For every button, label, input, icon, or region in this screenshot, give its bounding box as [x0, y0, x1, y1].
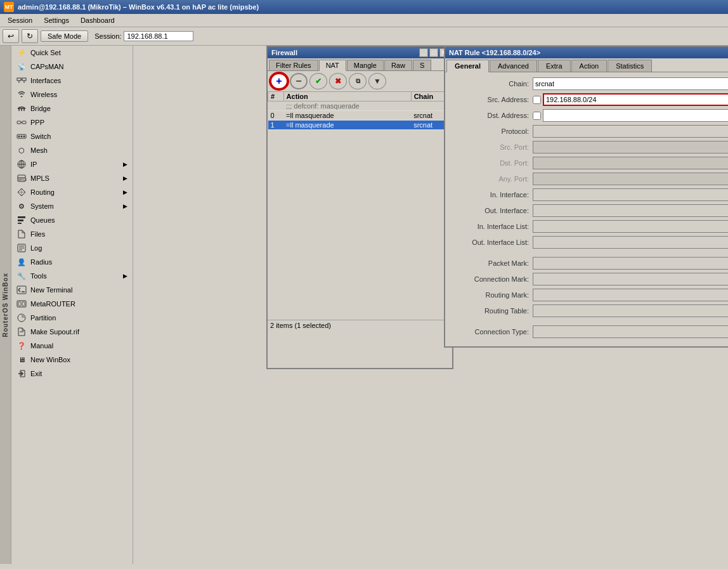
sidebar-item-label: New Terminal — [30, 286, 72, 294]
nat-tab-statistics[interactable]: Statistics — [608, 60, 652, 72]
sidebar-item-quick-set[interactable]: ⚡ Quick Set — [11, 46, 133, 60]
nat-tab-extra[interactable]: Extra — [538, 60, 571, 72]
sidebar-item-mpls[interactable]: MPLS MPLS ▶ — [11, 171, 133, 185]
nat-title-bar: NAT Rule <192.168.88.0/24> _ □ ✕ — [445, 47, 728, 58]
connection-mark-wrapper: ▼ — [533, 273, 728, 285]
nat-tab-advanced[interactable]: Advanced — [490, 60, 537, 72]
sidebar-item-bridge[interactable]: Bridge — [11, 101, 133, 115]
firewall-maximize-button[interactable]: □ — [429, 48, 438, 57]
sidebar-item-switch[interactable]: Switch — [11, 129, 133, 143]
sidebar-item-ip[interactable]: IP ▶ — [11, 157, 133, 171]
sidebar-item-label: MPLS — [30, 174, 49, 182]
nat-rule-dialog: NAT Rule <192.168.88.0/24> _ □ ✕ General… — [444, 46, 728, 348]
chain-input-wrapper: ▼ — [533, 77, 728, 90]
fw-filter-button[interactable]: ▼ — [368, 73, 386, 89]
queues-icon — [16, 215, 27, 225]
src-address-input[interactable] — [543, 93, 728, 106]
menu-settings[interactable]: Settings — [39, 15, 74, 25]
sidebar-item-radius[interactable]: 👤 Radius — [11, 255, 133, 269]
sidebar-item-system[interactable]: ⚙ System ▶ — [11, 199, 133, 213]
firewall-minimize-button[interactable]: _ — [419, 48, 428, 57]
sidebar-item-label: Switch — [30, 133, 51, 140]
sidebar-item-new-winbox[interactable]: 🖥 New WinBox — [11, 353, 133, 367]
exit-icon — [16, 369, 27, 379]
firewall-tab-mangle[interactable]: Mangle — [347, 60, 384, 70]
firewall-status: 2 items (1 selected) — [268, 320, 452, 330]
sidebar-item-label: New WinBox — [30, 356, 70, 363]
routing-icon — [16, 187, 27, 197]
connection-type-row: Connection Type: ▼ — [450, 325, 728, 338]
svg-line-31 — [18, 288, 20, 290]
session-input[interactable] — [124, 31, 193, 41]
sidebar-content: ⚡ Quick Set 📡 CAPsMAN Interfaces Wireles… — [11, 46, 133, 381]
table-row[interactable]: ;;; defconf: masquerade — [268, 101, 452, 111]
out-interface-list-text — [533, 237, 728, 248]
sidebar-item-routing[interactable]: Routing ▶ — [11, 185, 133, 199]
dst-address-checkbox[interactable] — [533, 112, 541, 120]
sidebar-item-capsman[interactable]: 📡 CAPsMAN — [11, 60, 133, 74]
dst-address-input[interactable] — [543, 109, 728, 122]
radius-icon: 👤 — [16, 257, 27, 267]
chain-input[interactable] — [533, 78, 728, 89]
nat-body: Chain: ▼ Src. Address: ▼ — [445, 72, 728, 346]
packet-mark-text — [533, 258, 728, 269]
fw-add-button[interactable]: + — [270, 73, 288, 89]
table-row[interactable]: 0 =ll masquerade srcnat — [268, 111, 452, 121]
sidebar-item-interfaces[interactable]: Interfaces — [11, 74, 133, 88]
src-address-checkbox[interactable] — [533, 96, 541, 104]
firewall-tab-s[interactable]: S — [413, 60, 431, 70]
out-interface-list-row: Out. Interface List: ▼ — [450, 236, 728, 249]
sidebar-item-new-terminal[interactable]: New Terminal — [11, 283, 133, 297]
in-interface-select-wrapper: ▼ — [533, 188, 728, 201]
safe-mode-button[interactable]: Safe Mode — [41, 30, 88, 42]
firewall-window: Firewall _ □ ✕ Filter Rules NAT Mangle R… — [266, 46, 453, 369]
col-action: Action — [283, 92, 411, 101]
sidebar-item-queues[interactable]: Queues — [11, 213, 133, 227]
refresh-button[interactable]: ↻ — [22, 29, 38, 43]
nat-tab-general[interactable]: General — [446, 60, 489, 72]
sidebar-item-exit[interactable]: Exit — [11, 367, 133, 381]
firewall-tab-nat[interactable]: NAT — [319, 60, 346, 71]
chain-label: Chain: — [450, 80, 533, 88]
fw-disable-button[interactable]: ✖ — [329, 73, 347, 89]
sidebar-item-ppp[interactable]: PPP — [11, 115, 133, 129]
sidebar-item-label: CAPsMAN — [30, 63, 64, 70]
dst-address-label: Dst. Address: — [450, 112, 533, 119]
sidebar-item-metarouter[interactable]: MetaROUTER — [11, 297, 133, 311]
sidebar-item-label: Manual — [30, 342, 53, 350]
files-icon — [16, 229, 27, 239]
row-action: =ll masquerade — [283, 111, 411, 121]
capsman-icon: 📡 — [16, 62, 27, 72]
fw-copy-button[interactable]: ⧉ — [349, 73, 367, 89]
sidebar-item-log[interactable]: Log — [11, 241, 133, 255]
svg-rect-24 — [18, 219, 23, 221]
sidebar-item-label: Interfaces — [30, 77, 61, 84]
dst-port-label: Dst. Port: — [450, 159, 533, 167]
routing-mark-row: Routing Mark: ▼ — [450, 289, 728, 301]
sidebar-item-label: Make Supout.rif — [30, 328, 79, 336]
firewall-tab-raw[interactable]: Raw — [384, 60, 412, 70]
log-icon — [16, 243, 27, 253]
sidebar-item-tools[interactable]: 🔧 Tools ▶ — [11, 269, 133, 283]
fw-remove-button[interactable]: − — [290, 73, 308, 89]
any-port-row: Any. Port: ▼ — [450, 173, 728, 185]
nat-tab-action[interactable]: Action — [571, 60, 608, 72]
menu-dashboard[interactable]: Dashboard — [75, 15, 120, 25]
fw-enable-button[interactable]: ✔ — [309, 73, 327, 89]
sidebar-item-label: Exit — [30, 370, 42, 377]
app-icon: MT — [4, 2, 14, 12]
sidebar-item-files[interactable]: Files — [11, 227, 133, 241]
row-num — [268, 101, 284, 111]
in-interface-list-text — [533, 221, 728, 232]
sidebar-item-mesh[interactable]: ⬡ Mesh — [11, 143, 133, 157]
firewall-tab-filter-rules[interactable]: Filter Rules — [269, 60, 318, 70]
table-row-selected[interactable]: 1 =ll masquerade srcnat — [268, 121, 452, 130]
back-button[interactable]: ↩ — [3, 29, 19, 43]
sidebar-item-manual[interactable]: ❓ Manual — [11, 339, 133, 353]
sidebar-item-label: Mesh — [30, 147, 48, 154]
menu-session[interactable]: Session — [3, 15, 37, 25]
sidebar-item-partition[interactable]: Partition — [11, 311, 133, 325]
sidebar-item-wireless[interactable]: Wireless — [11, 88, 133, 101]
sidebar-item-make-supout[interactable]: Make Supout.rif — [11, 325, 133, 339]
sidebar-item-label: PPP — [30, 119, 44, 126]
